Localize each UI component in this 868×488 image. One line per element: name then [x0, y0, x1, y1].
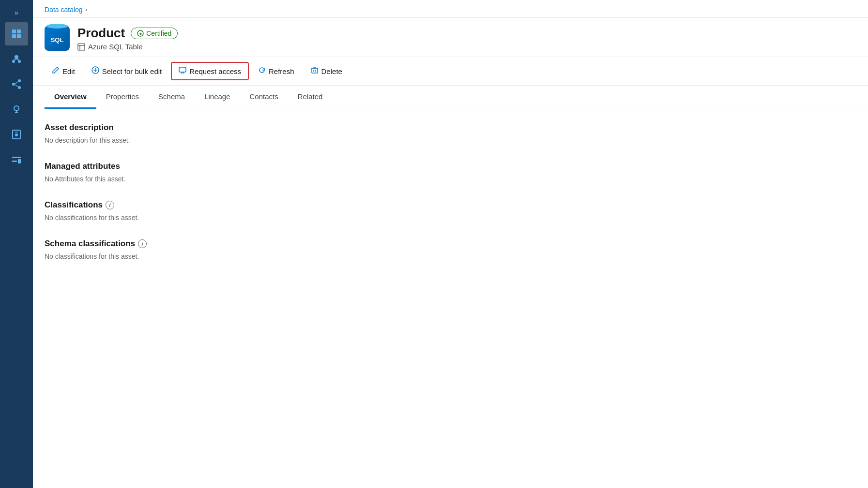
- sidebar-item-management[interactable]: [5, 148, 28, 171]
- asset-icon: SQL: [45, 26, 70, 51]
- section-title-classifications: Classifications i: [45, 200, 856, 210]
- tab-related[interactable]: Related: [288, 86, 333, 109]
- header-subtitle: Azure SQL Table: [77, 43, 178, 51]
- sidebar-expand-btn[interactable]: »: [0, 5, 33, 20]
- sidebar-item-data-catalog[interactable]: [5, 22, 28, 45]
- svg-rect-1: [17, 30, 21, 33]
- schema-classifications-info-icon[interactable]: i: [138, 239, 147, 248]
- certified-badge: ★ Certified: [131, 28, 178, 39]
- tabs-bar: Overview Properties Schema Lineage Conta…: [33, 86, 868, 109]
- section-classifications: Classifications i No classifications for…: [45, 200, 856, 222]
- section-title-asset-description: Asset description: [45, 123, 856, 133]
- edit-button[interactable]: Edit: [45, 62, 82, 80]
- tab-schema[interactable]: Schema: [149, 86, 195, 109]
- refresh-icon: [258, 66, 266, 76]
- tab-properties[interactable]: Properties: [96, 86, 149, 109]
- svg-rect-25: [78, 44, 85, 50]
- section-title-schema-classifications: Schema classifications i: [45, 239, 856, 249]
- tab-lineage[interactable]: Lineage: [195, 86, 240, 109]
- header-title-row: Product ★ Certified: [77, 26, 178, 41]
- edit-label: Edit: [62, 67, 75, 75]
- section-content-asset-description: No description for this asset.: [45, 136, 856, 144]
- sql-icon-text: SQL: [51, 36, 64, 44]
- svg-point-18: [15, 133, 18, 136]
- svg-rect-32: [312, 68, 318, 73]
- svg-rect-22: [18, 159, 21, 163]
- breadcrumb-chevron: ›: [86, 6, 88, 13]
- svg-rect-3: [17, 34, 21, 38]
- svg-rect-21: [12, 161, 17, 162]
- breadcrumb: Data catalog ›: [33, 0, 868, 18]
- svg-rect-2: [12, 34, 16, 38]
- section-content-managed-attributes: No Attributes for this asset.: [45, 175, 856, 183]
- svg-point-10: [18, 79, 21, 82]
- asset-title: Product: [77, 26, 125, 41]
- section-title-managed-attributes: Managed attributes: [45, 162, 856, 171]
- section-managed-attributes: Managed attributes No Attributes for thi…: [45, 162, 856, 183]
- asset-type: Azure SQL Table: [88, 43, 143, 51]
- refresh-button[interactable]: Refresh: [251, 62, 302, 80]
- page-header: SQL Product ★ Certified Azu: [33, 18, 868, 57]
- certified-icon: ★: [137, 30, 144, 37]
- breadcrumb-data-catalog[interactable]: Data catalog: [45, 6, 83, 14]
- request-access-label: Request access: [189, 67, 241, 75]
- toolbar: Edit Select for bulk edit Request access: [33, 57, 868, 86]
- section-asset-description: Asset description No description for thi…: [45, 123, 856, 144]
- select-bulk-label: Select for bulk edit: [102, 67, 162, 75]
- delete-button[interactable]: Delete: [304, 62, 350, 80]
- header-text-area: Product ★ Certified Azure SQL Table: [77, 26, 178, 51]
- sidebar-item-insights[interactable]: [5, 98, 28, 121]
- certified-label: Certified: [146, 30, 171, 37]
- select-bulk-button[interactable]: Select for bulk edit: [84, 62, 169, 80]
- sidebar-item-policy[interactable]: [5, 123, 28, 146]
- sidebar-item-data-map[interactable]: [5, 47, 28, 71]
- section-content-schema-classifications: No classifications for this asset.: [45, 252, 856, 260]
- tab-overview[interactable]: Overview: [45, 86, 96, 109]
- svg-point-5: [12, 60, 15, 63]
- classifications-info-icon[interactable]: i: [106, 201, 114, 209]
- refresh-label: Refresh: [269, 67, 294, 75]
- svg-rect-20: [12, 157, 21, 158]
- content-area: Asset description No description for thi…: [33, 109, 868, 488]
- svg-point-4: [15, 55, 18, 59]
- sidebar-item-data-share[interactable]: [5, 73, 28, 96]
- sidebar: »: [0, 0, 33, 488]
- tab-contacts[interactable]: Contacts: [240, 86, 288, 109]
- svg-point-11: [18, 86, 21, 89]
- svg-line-7: [14, 59, 16, 60]
- svg-line-8: [16, 59, 19, 60]
- svg-line-13: [15, 85, 18, 87]
- table-icon: [77, 43, 85, 51]
- request-access-icon: [179, 66, 186, 76]
- svg-rect-31: [179, 67, 186, 72]
- svg-point-14: [14, 106, 19, 111]
- request-access-button[interactable]: Request access: [171, 62, 249, 80]
- main-content: Data catalog › SQL Product ★ Certified: [33, 0, 868, 488]
- delete-label: Delete: [321, 67, 342, 75]
- edit-icon: [52, 66, 60, 76]
- section-content-classifications: No classifications for this asset.: [45, 214, 856, 222]
- section-schema-classifications: Schema classifications i No classificati…: [45, 239, 856, 260]
- svg-point-6: [18, 60, 21, 63]
- svg-line-12: [15, 82, 18, 84]
- svg-rect-0: [12, 30, 16, 33]
- svg-text:★: ★: [139, 32, 142, 36]
- delete-icon: [311, 66, 319, 76]
- select-bulk-icon: [91, 66, 99, 76]
- svg-point-9: [12, 83, 15, 86]
